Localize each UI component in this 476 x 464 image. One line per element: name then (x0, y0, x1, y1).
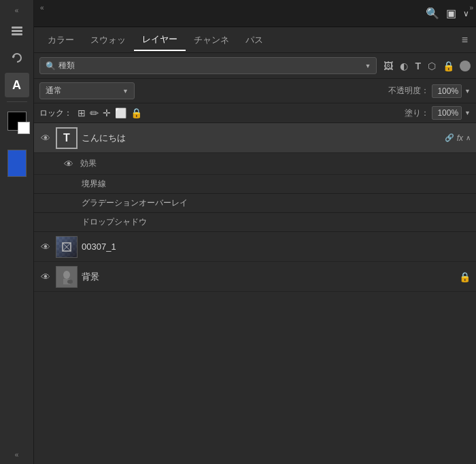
sidebar-collapse-top[interactable]: « (15, 5, 19, 16)
filter-row: 🔍 種類 ▼ 🖼 ◐ T ⬡ 🔒 (34, 53, 476, 79)
layer-expand-arrow[interactable]: ∧ (466, 134, 471, 142)
filter-icon-shape[interactable]: ⬡ (426, 59, 437, 73)
effect-item-border[interactable]: 境界線 (34, 175, 476, 194)
foreground-color[interactable] (7, 112, 27, 131)
blend-mode-value: 通常 (46, 85, 62, 97)
tool-text[interactable]: A (5, 73, 29, 97)
filter-icons: 🖼 ◐ T ⬡ 🔒 (382, 59, 471, 73)
filter-label: 種類 (58, 60, 75, 71)
lock-row: ロック： ⊞ ✏ ✛ ⬜ 🔒 塗り： 100% ▼ (34, 103, 476, 123)
layer-type-filter[interactable]: 🔍 種類 ▼ (39, 57, 377, 74)
effect-dropshadow-name: ドロップシャドウ (82, 216, 147, 228)
blend-mode-select[interactable]: 通常 ▼ (39, 82, 135, 99)
svg-rect-1 (12, 30, 22, 32)
tab-channels[interactable]: チャンネ (186, 30, 237, 50)
layer-thumb-text: T (56, 127, 78, 149)
filter-icon-text[interactable]: T (413, 59, 422, 73)
blend-row: 通常 ▼ 不透明度： 100% ▼ (34, 79, 476, 103)
layer-name-bg: 背景 (82, 271, 455, 283)
layer-locked-icon: 🔒 (459, 271, 471, 282)
layer-thumb-bg (56, 266, 78, 288)
main-panel: « 🔍 ▣ ∨ » カラー スウォッ レイヤー チャンネ パス ≡ 🔍 種類 ▼… (34, 0, 476, 464)
lock-paint-icon[interactable]: ✏ (90, 107, 99, 120)
tab-swatches[interactable]: スウォッ (82, 30, 134, 50)
svg-rect-2 (12, 33, 22, 35)
layer-visibility-image[interactable]: 👁 (39, 242, 52, 252)
lock-move-icon[interactable]: ✛ (103, 107, 111, 118)
effects-label: 効果 (80, 158, 97, 169)
sidebar-collapse-bottom[interactable]: « (15, 451, 19, 464)
filter-icon-smart[interactable]: 🔒 (441, 59, 456, 73)
lock-pixels-icon[interactable]: ⊞ (78, 107, 86, 118)
bg-thumbnail-art (56, 267, 77, 287)
filter-toggle[interactable] (460, 61, 471, 71)
lock-label: ロック： (39, 107, 72, 119)
svg-point-8 (67, 280, 73, 284)
panel-collapse-right[interactable]: » (466, 0, 476, 15)
layer-fx-group: 🔗 fx ∧ (445, 133, 471, 143)
fill-group: 塗り： 100% ▼ (405, 106, 471, 120)
effect-item-dropshadow[interactable]: ドロップシャドウ (34, 213, 476, 232)
opacity-label: 不透明度： (388, 85, 429, 97)
effects-header[interactable]: 👁 効果 (34, 153, 476, 175)
smart-object-icon (62, 242, 71, 252)
layer-fx-button[interactable]: fx (457, 133, 463, 143)
filter-arrow: ▼ (365, 63, 371, 69)
layer-visibility-bg[interactable]: 👁 (39, 271, 52, 282)
layers-list: 👁 T こんにちは 🔗 fx ∧ 👁 効果 境界線 グラデーションオーバーレイ … (34, 123, 476, 464)
top-bar: « 🔍 ▣ ∨ » (34, 0, 476, 27)
background-color[interactable] (18, 122, 30, 134)
blend-mode-arrow: ▼ (122, 88, 129, 95)
tool-layers[interactable] (5, 18, 29, 43)
layer-item-image[interactable]: 👁 00307_1 (34, 232, 476, 262)
panel-collapse-left[interactable]: « (37, 0, 47, 15)
layer-name-image: 00307_1 (82, 242, 471, 252)
effect-border-name: 境界線 (82, 178, 106, 190)
layer-visibility-text[interactable]: 👁 (39, 133, 52, 144)
layer-name-text: こんにちは (82, 132, 441, 144)
filter-icon-image[interactable]: 🖼 (382, 59, 394, 73)
filter-icon-adjustment[interactable]: ◐ (398, 59, 409, 73)
tab-color[interactable]: カラー (39, 30, 82, 50)
effects-group: 👁 効果 境界線 グラデーションオーバーレイ ドロップシャドウ (34, 153, 476, 232)
search-icon[interactable]: 🔍 (426, 7, 439, 20)
fill-input[interactable]: 100% (432, 106, 462, 120)
lock-icons: ⊞ ✏ ✛ ⬜ 🔒 (78, 107, 142, 120)
opacity-arrow[interactable]: ▼ (464, 88, 471, 95)
layer-item-bg[interactable]: 👁 背景 🔒 (34, 262, 476, 292)
tab-layers[interactable]: レイヤー (134, 29, 186, 51)
divider-1 (7, 101, 27, 102)
tabs-menu-button[interactable]: ≡ (459, 34, 471, 46)
layout-icon[interactable]: ▣ (446, 7, 456, 20)
tool-rotate[interactable] (5, 46, 29, 70)
lock-all-icon[interactable]: 🔒 (131, 107, 142, 118)
layer-item-text[interactable]: 👁 T こんにちは 🔗 fx ∧ (34, 123, 476, 153)
filter-search-icon: 🔍 (46, 61, 56, 71)
fill-arrow[interactable]: ▼ (464, 110, 471, 116)
layer-thumb-image (56, 236, 78, 258)
effects-visibility[interactable]: 👁 (64, 159, 76, 169)
layer-link-icon[interactable]: 🔗 (445, 133, 454, 142)
fill-label: 塗り： (405, 107, 429, 119)
opacity-group: 不透明度： 100% ▼ (388, 84, 471, 98)
tab-paths[interactable]: パス (237, 30, 271, 50)
left-sidebar: « A « (0, 0, 34, 464)
blue-color-swatch[interactable] (7, 150, 27, 177)
effect-item-gradient[interactable]: グラデーションオーバーレイ (34, 194, 476, 213)
tabs-row: カラー スウォッ レイヤー チャンネ パス ≡ (34, 27, 476, 53)
svg-point-6 (63, 271, 70, 279)
opacity-input[interactable]: 100% (432, 84, 462, 98)
svg-rect-0 (12, 27, 22, 29)
lock-artboard-icon[interactable]: ⬜ (115, 107, 126, 118)
effect-gradient-name: グラデーションオーバーレイ (82, 197, 188, 209)
color-picker-group (7, 112, 27, 131)
